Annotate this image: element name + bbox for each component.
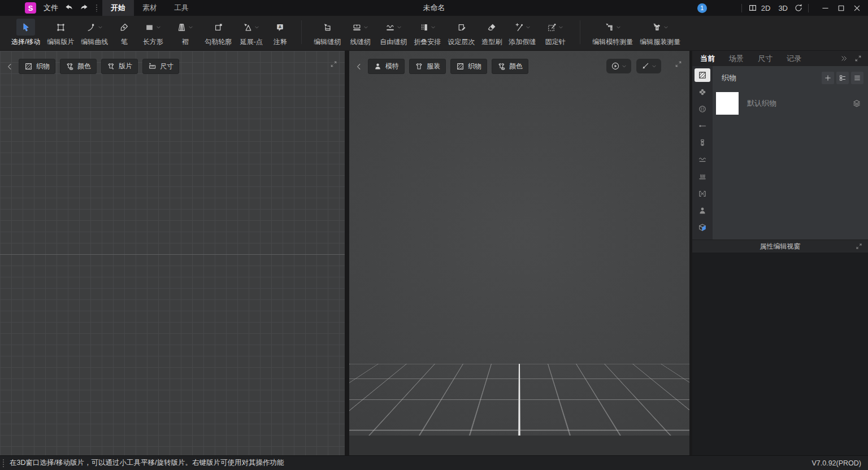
camera-arrow-icon [641,62,650,71]
tool-edit-pattern[interactable]: 编辑版片 [44,19,77,47]
tool-set-layer[interactable]: 设定层次 [444,19,478,47]
vp3d-chip-garment[interactable]: 服装 [409,59,446,74]
collapse-toolbar-icon[interactable] [355,63,363,71]
maximize-button[interactable] [837,4,845,12]
fabric-icon [698,71,707,80]
object-type-fabric[interactable] [695,68,710,82]
minimize-button[interactable] [821,4,830,12]
tool-fold-arrange[interactable]: 折叠安排 [410,19,444,47]
expand-3d-icon[interactable] [675,60,682,68]
ribbon-tab-material[interactable]: 素材 [134,0,166,16]
layers-icon[interactable] [852,99,861,108]
chevron-down-icon[interactable] [188,25,193,30]
add-fabric-button[interactable] [822,72,834,84]
object-type-button[interactable] [695,102,710,116]
tool-trace-outline[interactable]: 勾勒轮廓 [201,19,235,47]
camera-view-button[interactable] [636,59,661,73]
chevron-down-icon[interactable] [616,25,621,30]
chevron-down-icon[interactable] [98,25,103,30]
chevron-down-icon[interactable] [526,25,531,30]
cursor-arrow-icon [21,23,31,32]
tool-avatar-measure[interactable]: 编辑模特测量 [589,19,636,47]
object-type-topstitch-pin[interactable] [695,119,710,133]
vp3d-chip-fabric[interactable]: 织物 [450,59,487,74]
fabric-swatch[interactable] [716,92,739,115]
fabric-list-item[interactable]: 默认织物 [713,90,868,117]
object-browser-sidebar: 当前场景尺寸记录 织物 默认织物 属性编辑视窗 [692,51,868,455]
statusbar-grip[interactable] [2,459,5,468]
chevron-down-icon[interactable] [622,64,627,69]
object-type-topstitch[interactable] [695,153,710,167]
object-type-puckering[interactable] [695,170,710,184]
vp3d-chip-avatar[interactable]: 模特 [368,59,405,74]
chevron-down-icon[interactable] [156,25,161,30]
expand-sidebar-icon[interactable] [854,55,862,62]
mode-3d-button[interactable]: 3D [774,4,792,12]
object-type-scene-cube[interactable] [695,221,710,234]
ribbon-toolbar: 选择/移动编辑版片编辑曲线笔长方形褶勾勒轮廓延展-点A注释编辑缝纫线缝纫自由缝纫… [0,16,868,51]
vp3d-chip-color[interactable]: 颜色 [492,59,528,74]
sidebar-tab-bar: 当前场景尺寸记录 [692,51,868,66]
color-icon [497,62,506,71]
tool-line-sewing[interactable]: 线缝纫 [344,19,376,47]
chevron-down-icon[interactable] [663,25,669,30]
tool-pin[interactable]: 固定针 [539,19,571,47]
sidebar-tab-history[interactable]: 记录 [787,54,801,64]
viewport-2d[interactable]: 织物颜色版片尺寸 [0,51,345,455]
ribbon-tab-tools[interactable]: 工具 [166,0,197,16]
file-menu[interactable]: 文件 [44,3,58,13]
size-icon [148,62,157,71]
collapse-toolbar-icon[interactable] [6,63,14,71]
free-sewing-icon [385,23,395,32]
refresh-icon[interactable] [794,3,803,12]
vp2d-chip-fabric[interactable]: 织物 [19,59,55,74]
vp2d-chip-size[interactable]: 尺寸 [142,59,179,74]
sidebar-tab-size[interactable]: 尺寸 [758,54,772,64]
chevron-down-icon[interactable] [558,25,563,30]
card-view-button[interactable] [836,72,849,84]
sidebar-tab-scene[interactable]: 场景 [729,54,744,64]
tool-rectangle[interactable]: 长方形 [137,19,169,47]
tool-pleat[interactable]: 褶 [169,19,201,47]
tool-extend-point[interactable]: 延展-点 [235,19,267,47]
object-type-sticker[interactable] [695,85,710,99]
tool-annotation[interactable]: A注释 [267,19,293,47]
tool-edit-curve[interactable]: 编辑曲线 [77,19,111,47]
chevron-down-icon[interactable] [397,25,402,30]
chevron-down-icon[interactable] [254,25,259,30]
property-panel-header[interactable]: 属性编辑视窗 [692,240,868,253]
notification-badge[interactable]: 1 [697,3,707,13]
viewport-3d[interactable]: 模特服装织物颜色 [349,51,689,455]
chevron-down-icon[interactable] [363,25,368,30]
vp2d-chip-color[interactable]: 颜色 [60,59,97,74]
object-type-binding[interactable] [695,187,710,201]
ribbon-tab-start[interactable]: 开始 [102,0,134,16]
tool-pen[interactable]: 笔 [111,19,137,47]
object-type-avatar[interactable] [695,204,710,217]
object-type-zipper-pull[interactable] [695,136,710,150]
mode-2d-button[interactable]: 2D [757,4,775,12]
chevron-down-icon[interactable] [431,25,436,30]
app-logo[interactable]: S [25,2,36,14]
tool-edit-sewing[interactable]: 编辑缝纫 [310,19,344,47]
tool-add-basting[interactable]: 添加假缝 [505,19,539,47]
tool-cursor-arrow[interactable]: 选择/移动 [8,19,44,47]
vp2d-chip-pattern-piece[interactable]: 版片 [101,59,138,74]
titlebar-right: 1 2D 3D [697,3,868,13]
undo-icon[interactable] [64,3,73,12]
expand-properties-icon[interactable] [856,243,862,250]
close-button[interactable] [853,4,861,12]
rectangle-icon [145,23,154,32]
split-view-icon[interactable] [748,3,757,12]
tool-free-sewing[interactable]: 自由缝纫 [376,19,410,47]
expand-2d-icon[interactable] [330,60,337,68]
simulate-button[interactable] [606,59,631,73]
list-view-button[interactable] [851,72,863,84]
tool-garment-measure[interactable]: 编辑服装测量 [636,19,684,47]
sidebar-tab-current[interactable]: 当前 [700,54,715,64]
chevron-down-icon[interactable] [652,64,657,69]
tool-style-brush[interactable]: 造型刷 [478,19,505,47]
redo-icon[interactable] [80,3,89,12]
style-brush-icon [487,23,497,32]
collapse-sidebar-icon[interactable] [840,55,848,62]
